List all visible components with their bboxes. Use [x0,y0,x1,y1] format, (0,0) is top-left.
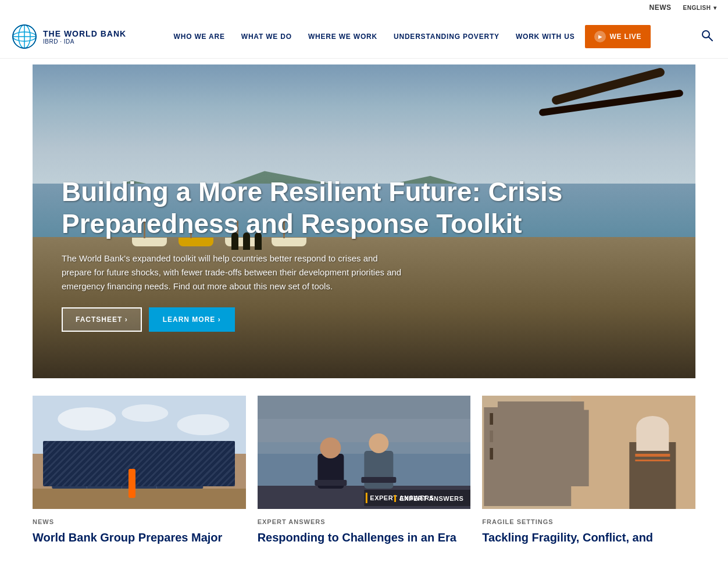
card-2-title: Responding to Challenges in an Era [258,530,471,545]
svg-rect-34 [361,477,396,483]
card-2-bg: EXPERT ANSWERS [258,396,471,509]
chevron-down-icon: ▾ [713,5,717,11]
card-2-category: EXPERT ANSWERS [258,518,471,525]
hero-title: Building a More Resilient Future: Crisis… [62,176,637,240]
card-1[interactable]: NEWS World Bank Group Prepares Major [33,396,246,550]
svg-point-32 [369,433,388,453]
svg-point-30 [320,437,341,458]
language-selector[interactable]: ENGLISH ▾ [681,5,716,11]
svg-rect-22 [220,460,227,474]
svg-rect-46 [525,431,537,442]
svg-rect-51 [543,448,554,460]
card-3-scene [482,396,695,509]
lang-label: ENGLISH [683,5,711,11]
we-live-button[interactable]: WE LIVE [585,25,651,48]
card-2[interactable]: EXPERT ANSWERS EXPERT ANSWERS Responding… [258,396,471,550]
svg-rect-13 [52,457,203,489]
card-3-image [482,396,695,509]
nav-work-with-us[interactable]: WORK WITH US [510,28,581,45]
card-3-meta: FRAGILE SETTINGS Tackling Fragility, Con… [482,509,695,550]
card-1-title: World Bank Group Prepares Major [33,530,246,545]
svg-rect-49 [508,448,519,460]
hero-description: The World Bank's expanded toolkit will h… [62,252,405,293]
nav-who-we-are[interactable]: WHO WE ARE [168,28,231,45]
world-bank-globe-icon [12,24,37,49]
svg-rect-24 [33,489,246,509]
card-3-category: FRAGILE SETTINGS [482,518,695,525]
svg-point-12 [177,414,229,435]
hero-section: Building a More Resilient Future: Crisis… [33,64,695,378]
hero-buttons: FACTSHEET › LEARN MORE › [62,307,637,332]
search-button[interactable] [698,26,716,48]
svg-rect-47 [543,431,554,442]
svg-rect-45 [508,431,519,442]
svg-rect-33 [315,480,347,486]
svg-rect-41 [508,413,519,425]
svg-rect-44 [490,431,502,442]
card-2-scene: EXPERT ANSWERS [258,396,471,509]
live-play-icon [594,31,606,42]
logo-title: THE WORLD BANK [43,29,126,38]
svg-point-11 [122,404,168,422]
card-3[interactable]: FRAGILE SETTINGS Tackling Fragility, Con… [482,396,695,550]
hero-content: Building a More Resilient Future: Crisis… [62,176,637,332]
utility-bar: NEWS ENGLISH ▾ [0,0,728,15]
card-1-bg [33,396,246,509]
card-2-image: EXPERT ANSWERS [258,396,471,509]
svg-rect-42 [525,413,537,425]
svg-rect-48 [490,448,502,460]
svg-point-6 [702,31,709,38]
search-icon [701,30,713,41]
svg-rect-58 [572,396,695,509]
card-3-title: Tackling Fragility, Conflict, and [482,530,695,545]
card-3-bg [482,396,695,509]
main-nav: WHO WE ARE WHAT WE DO WHERE WE WORK UNDE… [128,25,691,48]
logo-text: THE WORLD BANK IBRD · IDA [43,29,126,45]
card-2-meta: EXPERT ANSWERS Responding to Challenges … [258,509,471,550]
svg-rect-39 [484,407,572,506]
svg-text:EXPERT ANSWERS: EXPERT ANSWERS [370,494,434,501]
svg-point-21 [209,447,217,455]
we-live-label: WE LIVE [609,33,641,41]
news-link[interactable]: NEWS [650,3,672,12]
logo-subtitle: IBRD · IDA [43,38,126,45]
nav-understanding-poverty[interactable]: UNDERSTANDING POVERTY [388,28,505,45]
nav-where-we-work[interactable]: WHERE WE WORK [302,28,383,45]
card-1-scene [33,396,246,509]
card-1-category: NEWS [33,518,246,525]
svg-point-10 [58,407,116,431]
card-1-image [33,396,246,509]
svg-line-7 [709,37,712,41]
cards-section: NEWS World Bank Group Prepares Major [33,396,695,561]
svg-rect-31 [364,451,393,489]
svg-rect-43 [543,413,554,425]
svg-rect-40 [490,413,502,425]
learn-more-button[interactable]: LEARN MORE › [149,307,235,332]
svg-rect-27 [258,419,471,454]
logo-link[interactable]: THE WORLD BANK IBRD · IDA [12,24,128,49]
svg-point-23 [220,453,227,460]
factsheet-button[interactable]: FACTSHEET › [62,307,142,332]
svg-rect-50 [525,448,537,460]
nav-what-we-do[interactable]: WHAT WE DO [235,28,298,45]
card-1-meta: NEWS World Bank Group Prepares Major [33,509,246,550]
header: THE WORLD BANK IBRD · IDA WHO WE ARE WHA… [0,15,728,59]
svg-rect-20 [209,454,217,471]
